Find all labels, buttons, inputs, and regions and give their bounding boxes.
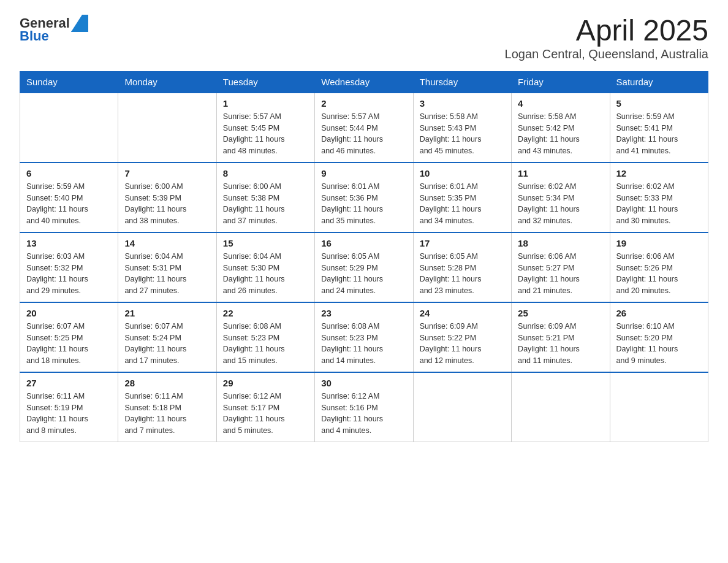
day-info: Sunrise: 6:08 AM Sunset: 5:23 PM Dayligh… (223, 321, 308, 367)
day-number: 30 (321, 378, 406, 388)
day-number: 29 (223, 378, 308, 388)
weekday-header-friday: Friday (512, 71, 610, 93)
day-info: Sunrise: 6:02 AM Sunset: 5:34 PM Dayligh… (518, 181, 603, 227)
page-header: General Blue April 2025 Logan Central, Q… (20, 15, 708, 61)
day-info: Sunrise: 6:02 AM Sunset: 5:33 PM Dayligh… (616, 181, 702, 227)
logo-icon (71, 15, 88, 32)
calendar-cell: 14Sunrise: 6:04 AM Sunset: 5:31 PM Dayli… (118, 232, 216, 302)
day-number: 7 (124, 168, 210, 178)
day-number: 4 (518, 98, 603, 109)
day-info: Sunrise: 6:06 AM Sunset: 5:26 PM Dayligh… (616, 251, 702, 297)
calendar-cell: 7Sunrise: 6:00 AM Sunset: 5:39 PM Daylig… (118, 163, 216, 232)
day-number: 16 (321, 238, 406, 248)
day-number: 6 (26, 168, 112, 178)
day-number: 21 (124, 308, 210, 318)
day-number: 3 (420, 98, 505, 109)
calendar-cell: 29Sunrise: 6:12 AM Sunset: 5:17 PM Dayli… (216, 372, 314, 442)
calendar-cell: 10Sunrise: 6:01 AM Sunset: 5:35 PM Dayli… (413, 163, 511, 232)
calendar-subtitle: Logan Central, Queensland, Australia (505, 47, 708, 61)
day-info: Sunrise: 6:12 AM Sunset: 5:17 PM Dayligh… (223, 391, 308, 437)
calendar-cell: 24Sunrise: 6:09 AM Sunset: 5:22 PM Dayli… (413, 302, 511, 372)
day-info: Sunrise: 6:00 AM Sunset: 5:38 PM Dayligh… (223, 181, 308, 227)
day-number: 27 (26, 378, 112, 388)
day-info: Sunrise: 6:06 AM Sunset: 5:27 PM Dayligh… (518, 251, 603, 297)
day-info: Sunrise: 5:57 AM Sunset: 5:45 PM Dayligh… (223, 111, 308, 157)
calendar-cell: 26Sunrise: 6:10 AM Sunset: 5:20 PM Dayli… (610, 302, 708, 372)
calendar-cell: 4Sunrise: 5:58 AM Sunset: 5:42 PM Daylig… (512, 93, 610, 163)
weekday-header-saturday: Saturday (610, 71, 708, 93)
day-number: 13 (26, 238, 112, 248)
calendar-cell (512, 372, 610, 442)
day-info: Sunrise: 6:07 AM Sunset: 5:25 PM Dayligh… (26, 321, 112, 367)
day-info: Sunrise: 6:04 AM Sunset: 5:31 PM Dayligh… (124, 251, 210, 297)
day-info: Sunrise: 6:01 AM Sunset: 5:36 PM Dayligh… (321, 181, 406, 227)
calendar-cell: 23Sunrise: 6:08 AM Sunset: 5:23 PM Dayli… (315, 302, 413, 372)
day-number: 14 (124, 238, 210, 248)
calendar-week-row: 20Sunrise: 6:07 AM Sunset: 5:25 PM Dayli… (20, 302, 708, 372)
day-number: 19 (616, 238, 702, 248)
day-number: 17 (420, 238, 505, 248)
day-number: 5 (616, 98, 702, 109)
calendar-cell: 28Sunrise: 6:11 AM Sunset: 5:18 PM Dayli… (118, 372, 216, 442)
day-info: Sunrise: 5:59 AM Sunset: 5:41 PM Dayligh… (616, 111, 702, 157)
day-number: 25 (518, 308, 603, 318)
day-info: Sunrise: 5:59 AM Sunset: 5:40 PM Dayligh… (26, 181, 112, 227)
day-number: 8 (223, 168, 308, 178)
day-number: 23 (321, 308, 406, 318)
day-info: Sunrise: 6:07 AM Sunset: 5:24 PM Dayligh… (124, 321, 210, 367)
calendar-cell: 16Sunrise: 6:05 AM Sunset: 5:29 PM Dayli… (315, 232, 413, 302)
calendar-cell: 21Sunrise: 6:07 AM Sunset: 5:24 PM Dayli… (118, 302, 216, 372)
calendar-cell: 30Sunrise: 6:12 AM Sunset: 5:16 PM Dayli… (315, 372, 413, 442)
calendar-week-row: 6Sunrise: 5:59 AM Sunset: 5:40 PM Daylig… (20, 163, 708, 232)
calendar-cell: 8Sunrise: 6:00 AM Sunset: 5:38 PM Daylig… (216, 163, 314, 232)
calendar-cell: 6Sunrise: 5:59 AM Sunset: 5:40 PM Daylig… (20, 163, 118, 232)
calendar-week-row: 13Sunrise: 6:03 AM Sunset: 5:32 PM Dayli… (20, 232, 708, 302)
day-number: 11 (518, 168, 603, 178)
day-info: Sunrise: 6:10 AM Sunset: 5:20 PM Dayligh… (616, 321, 702, 367)
weekday-header-thursday: Thursday (413, 71, 511, 93)
day-number: 20 (26, 308, 112, 318)
calendar-week-row: 27Sunrise: 6:11 AM Sunset: 5:19 PM Dayli… (20, 372, 708, 442)
day-info: Sunrise: 6:05 AM Sunset: 5:29 PM Dayligh… (321, 251, 406, 297)
calendar-cell: 3Sunrise: 5:58 AM Sunset: 5:43 PM Daylig… (413, 93, 511, 163)
day-info: Sunrise: 6:11 AM Sunset: 5:18 PM Dayligh… (124, 391, 210, 437)
calendar-header: SundayMondayTuesdayWednesdayThursdayFrid… (20, 71, 708, 93)
calendar-cell (413, 372, 511, 442)
calendar-cell: 11Sunrise: 6:02 AM Sunset: 5:34 PM Dayli… (512, 163, 610, 232)
day-info: Sunrise: 6:11 AM Sunset: 5:19 PM Dayligh… (26, 391, 112, 437)
calendar-cell: 20Sunrise: 6:07 AM Sunset: 5:25 PM Dayli… (20, 302, 118, 372)
day-info: Sunrise: 6:09 AM Sunset: 5:22 PM Dayligh… (420, 321, 505, 367)
calendar-cell: 9Sunrise: 6:01 AM Sunset: 5:36 PM Daylig… (315, 163, 413, 232)
day-number: 28 (124, 378, 210, 388)
day-number: 9 (321, 168, 406, 178)
day-number: 26 (616, 308, 702, 318)
weekday-header-sunday: Sunday (20, 71, 118, 93)
day-number: 15 (223, 238, 308, 248)
calendar-cell (20, 93, 118, 163)
day-info: Sunrise: 6:12 AM Sunset: 5:16 PM Dayligh… (321, 391, 406, 437)
calendar-title: April 2025 (505, 15, 708, 47)
calendar-cell: 15Sunrise: 6:04 AM Sunset: 5:30 PM Dayli… (216, 232, 314, 302)
day-info: Sunrise: 6:00 AM Sunset: 5:39 PM Dayligh… (124, 181, 210, 227)
calendar-week-row: 1Sunrise: 5:57 AM Sunset: 5:45 PM Daylig… (20, 93, 708, 163)
calendar-cell (610, 372, 708, 442)
calendar-cell: 17Sunrise: 6:05 AM Sunset: 5:28 PM Dayli… (413, 232, 511, 302)
day-number: 10 (420, 168, 505, 178)
calendar-cell: 13Sunrise: 6:03 AM Sunset: 5:32 PM Dayli… (20, 232, 118, 302)
weekday-header-wednesday: Wednesday (315, 71, 413, 93)
day-info: Sunrise: 5:58 AM Sunset: 5:42 PM Dayligh… (518, 111, 603, 157)
weekday-header-row: SundayMondayTuesdayWednesdayThursdayFrid… (20, 71, 708, 93)
calendar-table: SundayMondayTuesdayWednesdayThursdayFrid… (20, 71, 708, 442)
day-number: 12 (616, 168, 702, 178)
calendar-cell: 25Sunrise: 6:09 AM Sunset: 5:21 PM Dayli… (512, 302, 610, 372)
day-info: Sunrise: 5:58 AM Sunset: 5:43 PM Dayligh… (420, 111, 505, 157)
day-info: Sunrise: 6:01 AM Sunset: 5:35 PM Dayligh… (420, 181, 505, 227)
title-block: April 2025 Logan Central, Queensland, Au… (505, 15, 708, 61)
calendar-cell: 27Sunrise: 6:11 AM Sunset: 5:19 PM Dayli… (20, 372, 118, 442)
day-info: Sunrise: 5:57 AM Sunset: 5:44 PM Dayligh… (321, 111, 406, 157)
day-number: 2 (321, 98, 406, 109)
day-info: Sunrise: 6:04 AM Sunset: 5:30 PM Dayligh… (223, 251, 308, 297)
weekday-header-tuesday: Tuesday (216, 71, 314, 93)
calendar-cell (118, 93, 216, 163)
day-info: Sunrise: 6:03 AM Sunset: 5:32 PM Dayligh… (26, 251, 112, 297)
